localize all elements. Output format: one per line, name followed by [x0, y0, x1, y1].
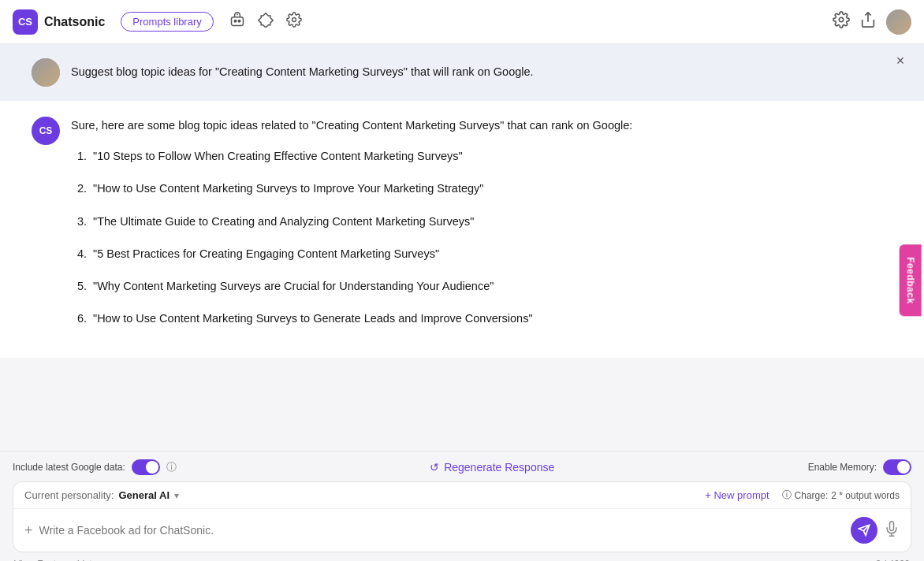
chat-area: Suggest blog topic ideas for "Creating C…: [0, 44, 924, 451]
ai-list: "10 Steps to Follow When Creating Effect…: [71, 147, 892, 328]
info-icon[interactable]: ⓘ: [166, 460, 177, 474]
bottom-controls: Include latest Google data: ⓘ ↺ Regenera…: [0, 451, 924, 561]
avatar[interactable]: [886, 9, 911, 35]
ai-intro-text: Sure, here are some blog topic ideas rel…: [71, 117, 892, 135]
bot-icon[interactable]: [229, 12, 245, 32]
svg-point-4: [839, 17, 844, 22]
prompts-library-button[interactable]: Prompts library: [121, 12, 213, 32]
user-message: Suggest blog topic ideas for "Creating C…: [0, 44, 924, 101]
control-row: Include latest Google data: ⓘ ↺ Regenera…: [13, 459, 911, 475]
input-row: +: [13, 509, 911, 552]
charge-info: ⓘ Charge: 2 * output words: [782, 489, 900, 502]
settings-icon[interactable]: [286, 12, 302, 32]
header-right: [833, 9, 911, 35]
list-item: "Why Content Marketing Surveys are Cruci…: [90, 277, 892, 295]
google-data-control: Include latest Google data: ⓘ: [13, 459, 177, 475]
share-icon[interactable]: [859, 11, 877, 32]
logo-area: CS Chatsonic Prompts library: [13, 9, 214, 35]
send-button[interactable]: [851, 517, 877, 544]
regenerate-icon: ↺: [430, 461, 439, 474]
plugin-icon[interactable]: [258, 12, 274, 32]
enable-memory-control: Enable Memory:: [808, 459, 911, 475]
google-data-label: Include latest Google data:: [13, 462, 125, 473]
input-container: Current personality: General AI ▾ + New …: [13, 481, 911, 552]
close-button[interactable]: ×: [889, 50, 911, 72]
microphone-button[interactable]: [884, 521, 900, 541]
chevron-down-icon[interactable]: ▾: [174, 490, 179, 501]
plus-icon[interactable]: +: [24, 522, 33, 539]
list-item: "The Ultimate Guide to Creating and Anal…: [90, 213, 892, 231]
header-settings-icon[interactable]: [833, 11, 850, 32]
ai-message-content: Sure, here are some blog topic ideas rel…: [71, 117, 892, 342]
list-item: "How to Use Content Marketing Surveys to…: [90, 180, 892, 198]
charge-info-icon: ⓘ: [782, 489, 792, 502]
svg-point-1: [234, 20, 237, 22]
user-message-text: Suggest blog topic ideas for "Creating C…: [71, 58, 534, 81]
footer-row: View Features List 0 / 4000: [13, 555, 911, 561]
charge-value: 2 * output words: [831, 490, 900, 501]
list-item: "How to Use Content Marketing Surveys to…: [90, 310, 892, 328]
personality-value: General AI: [118, 489, 170, 501]
ai-avatar: CS: [32, 117, 60, 145]
personality-left: Current personality: General AI ▾: [24, 489, 179, 501]
user-avatar: [32, 58, 60, 87]
new-prompt-button[interactable]: + New prompt: [705, 489, 769, 501]
app-header: CS Chatsonic Prompts library: [0, 0, 924, 44]
svg-rect-0: [231, 17, 243, 26]
google-data-toggle[interactable]: [132, 459, 160, 475]
list-item: "10 Steps to Follow When Creating Effect…: [90, 147, 892, 165]
regenerate-button[interactable]: ↺ Regenerate Response: [430, 461, 554, 474]
enable-memory-label: Enable Memory:: [808, 462, 877, 473]
feedback-tab[interactable]: Feedback: [899, 244, 921, 316]
svg-point-3: [292, 18, 296, 22]
chat-input[interactable]: [39, 524, 844, 537]
enable-memory-toggle[interactable]: [883, 459, 911, 475]
personality-label: Current personality:: [24, 489, 114, 501]
ai-message: CS Sure, here are some blog topic ideas …: [0, 101, 924, 358]
logo-icon: CS: [13, 9, 38, 35]
list-item: "5 Best Practices for Creating Engaging …: [90, 245, 892, 263]
personality-right: + New prompt ⓘ Charge: 2 * output words: [705, 489, 900, 502]
svg-point-2: [238, 20, 240, 22]
regenerate-label: Regenerate Response: [444, 461, 554, 474]
header-icons: [229, 12, 302, 32]
app-name: Chatsonic: [44, 15, 105, 29]
personality-row: Current personality: General AI ▾ + New …: [13, 482, 911, 509]
charge-label: Charge:: [795, 490, 829, 501]
